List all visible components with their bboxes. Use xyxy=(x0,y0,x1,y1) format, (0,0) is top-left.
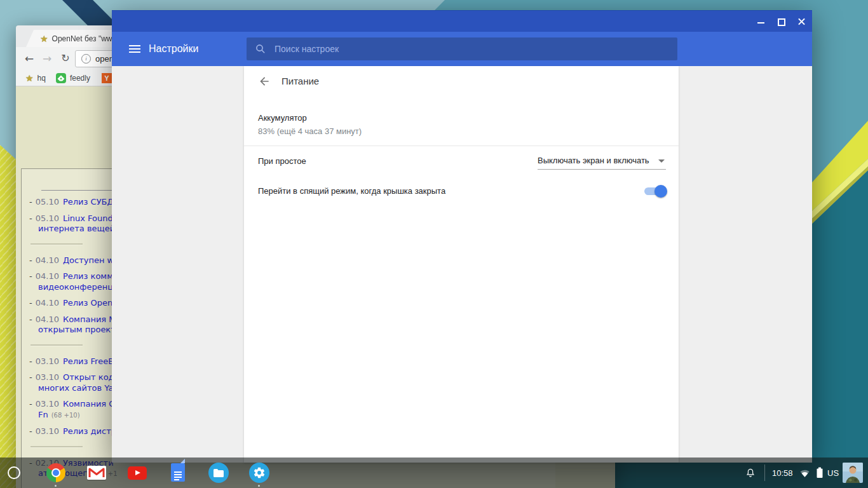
news-link[interactable]: Релиз СУБД xyxy=(63,197,114,207)
desktop: ★ OpenNet без "www" ← → ↻ i openn ★ hq f… xyxy=(0,0,868,488)
wifi-icon[interactable] xyxy=(799,458,811,488)
news-date: 03.10 xyxy=(36,399,59,409)
hackernews-icon[interactable]: Y xyxy=(102,73,112,83)
news-link[interactable]: Fn xyxy=(38,410,48,419)
bookmark-star-icon: ★ xyxy=(25,73,34,83)
battery-status: 83% (ещё 4 часа 37 минут) xyxy=(258,126,362,136)
idle-setting-label: При простое xyxy=(258,156,306,166)
news-date: 04.10 xyxy=(36,271,59,281)
launcher-button[interactable] xyxy=(8,466,20,479)
chrome-icon[interactable] xyxy=(46,463,66,483)
news-link[interactable]: Компания C xyxy=(63,399,114,409)
back-arrow-icon[interactable] xyxy=(258,75,271,88)
settings-title: Настройки xyxy=(149,43,198,55)
battery-icon[interactable] xyxy=(815,458,825,488)
settings-search-box[interactable] xyxy=(247,37,677,60)
idle-dropdown[interactable]: Выключать экран и включать xyxy=(538,152,666,170)
window-titlebar xyxy=(112,10,812,32)
feedly-icon[interactable] xyxy=(56,73,66,83)
news-group-divider xyxy=(31,446,83,448)
news-link[interactable]: интернета вещей xyxy=(38,224,115,233)
minimize-button[interactable] xyxy=(751,11,770,32)
page-title: Питание xyxy=(281,76,319,86)
settings-window: Настройки Питание Аккумулятор 83% (ещё 4… xyxy=(112,10,812,463)
news-date: 05.10 xyxy=(36,197,59,207)
news-date: 04.10 xyxy=(36,315,59,324)
keyboard-layout[interactable]: US xyxy=(827,458,839,488)
running-indicator-dot xyxy=(55,485,57,487)
menu-icon[interactable] xyxy=(129,45,140,53)
chevron-down-icon xyxy=(658,159,665,163)
news-link[interactable]: многих сайтов Ya xyxy=(38,383,113,393)
battery-label: Аккумулятор xyxy=(258,113,307,123)
news-date: 05.10 xyxy=(36,214,59,223)
toggle-knob xyxy=(654,185,667,198)
news-link[interactable]: Релиз дистр xyxy=(63,426,116,436)
news-date: 04.10 xyxy=(36,298,59,308)
news-link[interactable]: Linux Found xyxy=(63,214,113,223)
search-icon xyxy=(255,44,266,54)
tray-separator xyxy=(764,464,765,481)
settings-card: Питание Аккумулятор 83% (ещё 4 часа 37 м… xyxy=(244,66,679,463)
page-header-row: Питание xyxy=(244,66,679,97)
browser-tab[interactable]: ★ OpenNet без "www" xyxy=(26,30,124,47)
news-link[interactable]: Доступен w xyxy=(63,255,114,265)
close-button[interactable] xyxy=(792,11,811,32)
gmail-icon[interactable] xyxy=(86,463,107,483)
news-link[interactable]: Релиз FreeB xyxy=(63,356,114,366)
docs-icon[interactable] xyxy=(168,463,188,483)
news-link[interactable]: Релиз комм xyxy=(63,271,113,281)
back-button[interactable]: ← xyxy=(22,51,37,66)
news-date: 04.10 xyxy=(36,255,59,265)
user-avatar[interactable] xyxy=(843,463,863,483)
news-link[interactable]: открытым проект xyxy=(38,325,116,334)
news-link[interactable]: видеоконференц xyxy=(38,282,113,292)
tab-title: OpenNet без "www" xyxy=(52,34,121,43)
settings-app-icon[interactable] xyxy=(249,463,269,483)
news-comment-count: (68 +10) xyxy=(51,412,80,419)
news-date: 03.10 xyxy=(36,372,59,382)
news-link[interactable]: Открыт код xyxy=(63,372,114,382)
bookmark-hq[interactable]: hq xyxy=(37,74,46,83)
files-icon[interactable] xyxy=(208,463,229,483)
reload-button[interactable]: ↻ xyxy=(58,51,73,66)
youtube-icon[interactable] xyxy=(127,463,147,483)
notification-bell-icon[interactable] xyxy=(745,458,756,488)
news-link[interactable]: Релиз Open xyxy=(63,298,112,308)
lid-setting-label: Перейти в спящий режим, когда крышка зак… xyxy=(258,186,445,196)
maximize-button[interactable] xyxy=(771,11,790,32)
news-group-divider xyxy=(31,243,83,245)
news-date: 03.10 xyxy=(36,426,59,436)
favicon-star-icon: ★ xyxy=(40,34,48,43)
bookmark-feedly[interactable]: feedly xyxy=(70,74,90,83)
running-indicator-dot xyxy=(258,485,260,487)
forward-button[interactable]: → xyxy=(39,51,55,66)
clock[interactable]: 10:58 xyxy=(772,458,793,488)
lid-toggle[interactable] xyxy=(644,185,667,198)
news-link[interactable]: Компания M xyxy=(63,315,116,324)
news-group-divider xyxy=(31,344,83,346)
settings-header: Настройки xyxy=(112,32,812,66)
section-divider xyxy=(244,146,679,146)
idle-dropdown-value: Выключать экран и включать xyxy=(538,156,654,165)
page-info-icon[interactable]: i xyxy=(81,54,91,64)
search-input[interactable] xyxy=(273,43,657,55)
news-date: 03.10 xyxy=(36,356,59,366)
